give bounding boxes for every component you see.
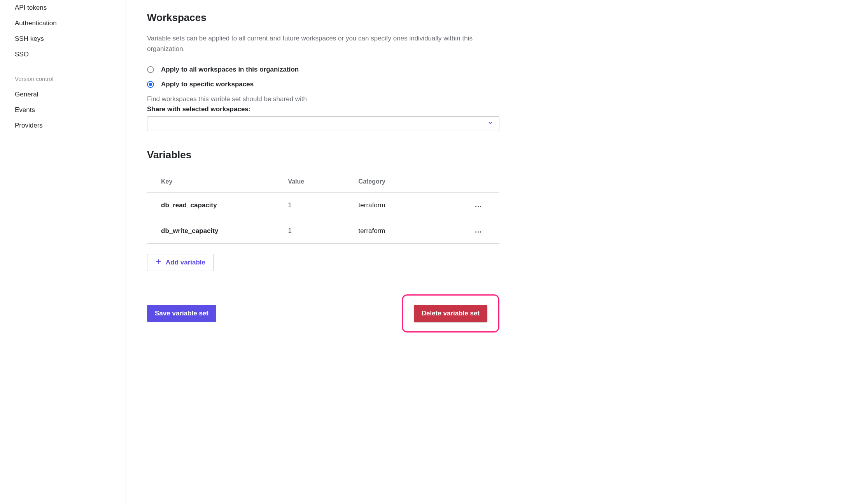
variables-table: Key Value Category db_read_capacity 1 te… xyxy=(147,170,499,244)
sidebar-item-sso[interactable]: SSO xyxy=(15,47,126,62)
col-header-actions xyxy=(457,170,499,192)
footer-actions: Save variable set Delete variable set xyxy=(147,294,499,332)
cell-key: db_read_capacity xyxy=(147,192,288,218)
sidebar-item-ssh-keys[interactable]: SSH keys xyxy=(15,31,126,47)
radio-label-all: Apply to all workspaces in this organiza… xyxy=(161,66,299,74)
chevron-down-icon xyxy=(487,120,494,128)
radio-circle-icon xyxy=(147,66,154,73)
sidebar-item-api-tokens[interactable]: API tokens xyxy=(15,0,126,16)
sidebar-item-general[interactable]: General xyxy=(15,87,126,102)
delete-highlight-box: Delete variable set xyxy=(402,294,499,332)
workspaces-title: Workspaces xyxy=(147,12,499,24)
sidebar-item-events[interactable]: Events xyxy=(15,102,126,118)
cell-key: db_write_capacity xyxy=(147,218,288,244)
cell-value: 1 xyxy=(288,218,358,244)
table-row: db_write_capacity 1 terraform xyxy=(147,218,499,244)
add-variable-button[interactable]: Add variable xyxy=(147,254,214,271)
sidebar-item-providers[interactable]: Providers xyxy=(15,118,126,133)
col-header-value: Value xyxy=(288,170,358,192)
table-row: db_read_capacity 1 terraform xyxy=(147,192,499,218)
cell-category: terraform xyxy=(359,218,457,244)
delete-variable-set-button[interactable]: Delete variable set xyxy=(414,305,487,322)
workspace-select[interactable] xyxy=(147,116,499,131)
cell-category: terraform xyxy=(359,192,457,218)
sidebar-group-version-control: Version control xyxy=(15,62,126,87)
radio-circle-selected-icon xyxy=(147,81,154,88)
col-header-category: Category xyxy=(359,170,457,192)
row-actions-icon[interactable] xyxy=(473,229,483,235)
radio-label-specific: Apply to specific workspaces xyxy=(161,80,254,88)
workspaces-hint: Find workspaces this varible set should … xyxy=(147,95,499,103)
share-label: Share with selected workspaces: xyxy=(147,105,499,113)
col-header-key: Key xyxy=(147,170,288,192)
radio-apply-specific[interactable]: Apply to specific workspaces xyxy=(147,80,499,88)
sidebar-item-authentication[interactable]: Authentication xyxy=(15,16,126,31)
row-actions-icon[interactable] xyxy=(473,203,483,209)
main-content: Workspaces Variable sets can be applied … xyxy=(126,0,499,504)
variables-title: Variables xyxy=(147,149,499,161)
plus-icon xyxy=(155,258,162,267)
radio-apply-all[interactable]: Apply to all workspaces in this organiza… xyxy=(147,66,499,74)
sidebar: API tokens Authentication SSH keys SSO V… xyxy=(0,0,126,504)
save-variable-set-button[interactable]: Save variable set xyxy=(147,305,216,322)
add-variable-label: Add variable xyxy=(166,259,205,266)
workspaces-description: Variable sets can be applied to all curr… xyxy=(147,33,499,54)
cell-value: 1 xyxy=(288,192,358,218)
